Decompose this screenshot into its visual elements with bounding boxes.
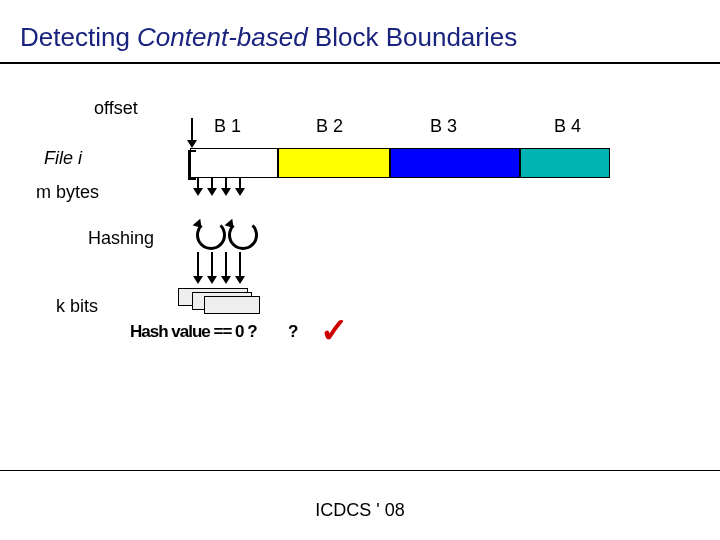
hash-spinner-1 <box>196 220 226 250</box>
file-label: File i <box>44 148 82 169</box>
hashing-label: Hashing <box>88 228 154 249</box>
footer-text: ICDCS ' 08 <box>0 500 720 521</box>
slide-title: Detecting Content-based Block Boundaries <box>20 22 517 53</box>
title-italic: Content-based <box>137 22 308 52</box>
footer-divider <box>0 470 720 471</box>
block-label-1: B 1 <box>214 116 241 137</box>
hash-spinner-2 <box>228 220 258 250</box>
hash-query-text: Hash value == 0 ? <box>130 322 257 342</box>
kbits-label: k bits <box>56 296 98 317</box>
mbytes-label: m bytes <box>36 182 99 203</box>
check-icon: ✓ <box>320 310 348 350</box>
block-b2 <box>278 148 390 178</box>
title-pre: Detecting <box>20 22 137 52</box>
title-divider <box>0 62 720 64</box>
hash-box-3 <box>204 296 260 314</box>
mbytes-bracket <box>188 150 196 180</box>
offset-label: offset <box>94 98 138 119</box>
block-b3 <box>390 148 520 178</box>
title-post: Block Boundaries <box>308 22 518 52</box>
block-b1 <box>190 148 278 178</box>
block-b4 <box>520 148 610 178</box>
block-label-3: B 3 <box>430 116 457 137</box>
block-label-2: B 2 <box>316 116 343 137</box>
block-label-4: B 4 <box>554 116 581 137</box>
